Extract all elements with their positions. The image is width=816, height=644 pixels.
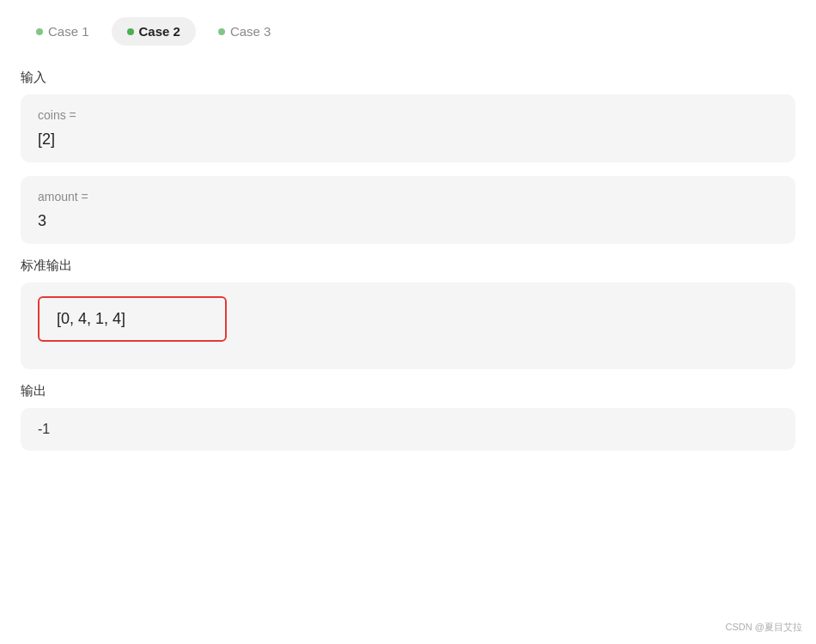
standard-output-section: 标准输出 [0, 4, 1, 4] bbox=[21, 258, 795, 369]
tab-dot-case1 bbox=[36, 28, 43, 35]
amount-var-label: amount = bbox=[38, 190, 778, 204]
standard-output-label: 标准输出 bbox=[21, 258, 795, 274]
tab-label-case2: Case 2 bbox=[139, 24, 180, 39]
tab-dot-case3 bbox=[218, 28, 225, 35]
tab-bar: Case 1 Case 2 Case 3 bbox=[21, 17, 795, 46]
input-section-label: 输入 bbox=[21, 70, 795, 86]
tab-dot-case2 bbox=[127, 28, 134, 35]
standard-output-wrapper: [0, 4, 1, 4] bbox=[21, 283, 795, 369]
standard-output-value: [0, 4, 1, 4] bbox=[57, 310, 208, 328]
output-section-label: 输出 bbox=[21, 383, 795, 399]
output-value: -1 bbox=[38, 422, 778, 437]
amount-input-box: amount = 3 bbox=[21, 176, 795, 244]
coins-var-value: [2] bbox=[38, 131, 778, 149]
output-box: -1 bbox=[21, 408, 795, 451]
amount-var-value: 3 bbox=[38, 212, 778, 230]
tab-case2[interactable]: Case 2 bbox=[112, 17, 196, 46]
coins-var-label: coins = bbox=[38, 108, 778, 122]
coins-input-box: coins = [2] bbox=[21, 94, 795, 162]
tab-label-case3: Case 3 bbox=[230, 24, 271, 39]
tab-label-case1: Case 1 bbox=[48, 24, 89, 39]
tab-case1[interactable]: Case 1 bbox=[21, 17, 105, 46]
standard-output-box: [0, 4, 1, 4] bbox=[38, 296, 227, 342]
watermark: CSDN @夏目艾拉 bbox=[726, 621, 802, 634]
tab-case3[interactable]: Case 3 bbox=[203, 17, 287, 46]
